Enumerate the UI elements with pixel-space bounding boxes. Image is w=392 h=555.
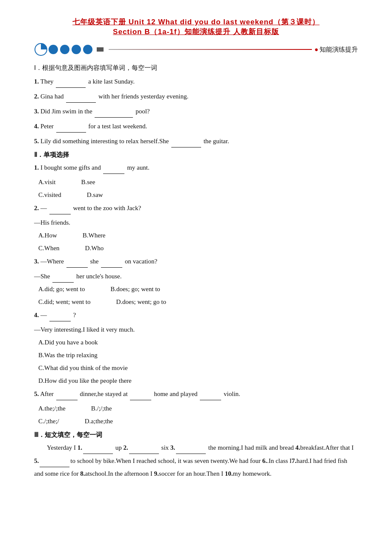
s2-q5-optC: C./;the;/ (38, 415, 59, 428)
title-line2: Section B（1a-1f）知能演练提升 人教新目标版 (34, 27, 358, 37)
s2-q3-options1: A.did; go; went to B.does; go; went to (38, 283, 358, 295)
s2-q3-blank3 (52, 269, 74, 283)
s2-q1-blank (103, 161, 124, 174)
s2-q4-optB: B.Was the trip relaxing (38, 349, 358, 361)
s3-num5: 5. (34, 457, 39, 464)
s2-q4-num: 4. (34, 312, 39, 318)
q1-1-blank (56, 75, 86, 88)
s2-q3-dialog: —She her uncle's house. (34, 269, 358, 283)
q1-4-before: Peter (40, 123, 55, 130)
q1-2-before: Gina had (40, 93, 65, 100)
s2-q1-options: A.visit B.see (38, 176, 358, 188)
s3-num7: 7. (292, 457, 297, 464)
s2-q2-dash: — (40, 205, 47, 211)
q1-3: 3. Did Jim swim in the pool? (34, 104, 358, 118)
s2-q5-num: 5. (34, 390, 39, 397)
s2-q3-text2: her uncle's house. (76, 273, 121, 280)
bullet-dot: ● (314, 46, 318, 53)
dot-3 (72, 45, 81, 54)
s2-q4-ans: —Very interesting.I liked it very much. (34, 326, 135, 333)
s2-q3-dash2: —She (34, 273, 52, 280)
s3-blank3 (176, 441, 206, 454)
s3-num2: 2. (124, 444, 128, 451)
header-line (109, 49, 312, 50)
s2-q5-blank3 (200, 387, 221, 400)
s2-q1-num: 1. (34, 164, 39, 171)
s2-q3-optA: A.did; go; went to (38, 283, 85, 295)
section2: Ⅱ．单项选择 1. I bought some gifts and my aun… (34, 151, 358, 428)
dot-4 (83, 45, 92, 54)
s2-q2-text: went to the zoo with Jack? (73, 205, 141, 211)
s2-q1-text2: my aunt. (127, 164, 150, 171)
dots-row (49, 45, 92, 54)
s2-q3-she: she (90, 258, 100, 265)
s3-blank1 (83, 441, 113, 454)
small-rect-icon (97, 47, 104, 52)
q1-5-blank (171, 134, 201, 147)
s2-q3-optD: D.does; went; go to (116, 295, 167, 308)
s2-q4-optC: C.What did you think of the movie (38, 361, 358, 374)
q1-5-after: the guitar. (204, 138, 229, 145)
s2-q4-dialog: —Very interesting.I liked it very much. (34, 323, 358, 336)
s2-q5-t2: dinner,he stayed at (80, 390, 129, 397)
q1-3-num: 3. (34, 108, 39, 115)
s2-q5-t1: After (40, 390, 55, 397)
q1-1: 1. They a kite last Sunday. (34, 75, 358, 88)
s3-blank5 (40, 454, 69, 467)
s2-q5-options2: C./;the;/ D.a;the;the (38, 415, 358, 428)
s3-num10: 10. (225, 470, 233, 477)
q1-2-num: 2. (34, 93, 39, 100)
s2-q5-options1: A.the;/;the B./;/;the (38, 402, 358, 415)
s2-q2: 2. — went to the zoo with Jack? (34, 201, 358, 214)
s2-q2-optB: B.Where (83, 229, 106, 242)
s2-q5-blank1 (56, 387, 78, 400)
section3: Ⅲ．短文填空，每空一词 Yesterday I 1. up 2. six 3. … (34, 431, 358, 480)
s2-q2-optC: C.When (38, 242, 60, 254)
s3-num9: 9. (154, 470, 159, 477)
s2-q4-blank (49, 308, 71, 321)
section1-title: Ⅰ．根据句意及图画内容填写单词，每空一词 (34, 64, 358, 72)
dot-1 (49, 45, 58, 54)
s3-num1: 1. (78, 444, 82, 451)
s2-q2-num: 2. (34, 205, 39, 211)
s2-q4: 4. — ? (34, 308, 358, 321)
s2-q5-blank2 (130, 387, 151, 400)
s2-q5-t3: home and played (154, 390, 199, 397)
s2-q3-num: 3. (34, 258, 39, 265)
quarter-circle-icon (34, 43, 48, 56)
q1-3-before: Did Jim swim in the (40, 108, 94, 115)
s2-q3-blank2 (101, 254, 122, 268)
section3-para: Yesterday I 1. up 2. six 3. the morning.… (34, 441, 358, 480)
s2-q3-blank1 (66, 254, 88, 268)
s3-num6: 6. (262, 457, 267, 464)
q1-2-blank (66, 90, 96, 103)
s2-q1-optB: B.see (81, 176, 95, 188)
s2-q1-optC: C.visited (38, 188, 61, 201)
s2-q5-t4: violin. (224, 390, 240, 397)
s2-q4-dash: — (40, 312, 47, 318)
title-line1: 七年级英语下册 Unit 12 What did you do last wee… (34, 17, 358, 27)
s3-num8: 8. (80, 470, 85, 477)
s2-q4-q: ? (73, 312, 76, 318)
q1-1-num: 1. (34, 78, 39, 85)
title-block: 七年级英语下册 Unit 12 What did you do last wee… (34, 17, 358, 37)
q1-5-num: 5. (34, 138, 39, 145)
s2-q2-ans: —His friends. (34, 219, 70, 226)
dot-2 (60, 45, 69, 54)
s2-q2-blank (49, 201, 71, 214)
s2-q1-optA: A.visit (38, 176, 55, 188)
q1-1-before: They (40, 78, 55, 85)
s2-q2-options2: C.When D.Who (38, 242, 358, 254)
s2-q2-optA: A.How (38, 229, 57, 242)
q1-3-after: pool? (135, 108, 150, 115)
s2-q5: 5. After dinner,he stayed at home and pl… (34, 387, 358, 400)
q1-5-before: Lily did something interesting to relax … (40, 138, 169, 145)
q1-5: 5. Lily did something interesting to rel… (34, 134, 358, 147)
section1: Ⅰ．根据句意及图画内容填写单词，每空一词 1. They a kite last… (34, 64, 358, 147)
s3-num3: 3. (170, 444, 175, 451)
s2-q3: 3. —Where she on vacation? (34, 254, 358, 268)
q1-3-blank (95, 104, 133, 118)
s2-q1-options2: C.visited D.saw (38, 188, 358, 201)
s3-blank2 (129, 441, 159, 454)
s2-q5-optA: A.the;/;the (38, 402, 66, 415)
